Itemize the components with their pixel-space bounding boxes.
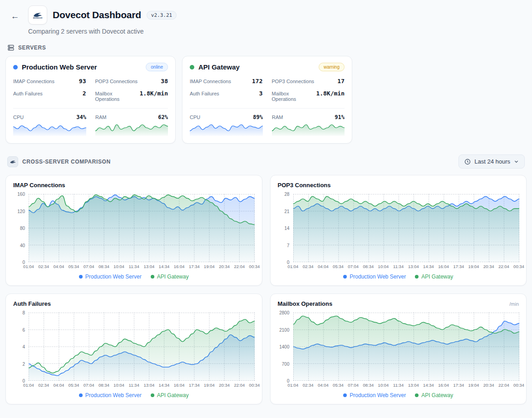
servers-section-text: SERVERS	[18, 45, 46, 51]
version-badge: v2.3.21	[147, 11, 177, 20]
y-tick-label: 40	[20, 243, 25, 248]
time-range-dropdown[interactable]: Last 24 hours	[458, 154, 525, 169]
dovecot-logo: dovecot	[28, 5, 47, 25]
ram-gauge: RAM 91%	[272, 114, 345, 136]
x-tick-label: 02:34	[38, 383, 49, 388]
server-card-production[interactable]: Production Web Server online IMAP Connec…	[5, 56, 176, 144]
ram-sparkline	[95, 122, 168, 136]
legend-dot	[79, 393, 83, 397]
x-tick-label: 04:04	[318, 383, 329, 388]
sparkline-canvas	[272, 122, 345, 136]
stat-label: POP3 Connections	[95, 79, 138, 84]
sparkline-canvas	[95, 122, 168, 136]
stat-value: 17	[337, 78, 345, 85]
x-axis: 01:0402:3404:0405:3407:0408:3410:0411:34…	[29, 262, 255, 269]
legend-label: Production Web Server	[85, 392, 142, 398]
legend-item[interactable]: Production Web Server	[343, 392, 406, 398]
legend-item[interactable]: Production Web Server	[79, 274, 142, 280]
chevron-down-icon	[514, 159, 519, 164]
x-tick-label: 13:04	[143, 383, 154, 388]
app-header: ← dovecot Dovecot Dashboard v2.3.21 Comp…	[0, 0, 532, 37]
comparison-header: CROSS-SERVER COMPARISON Last 24 hours	[7, 154, 525, 169]
legend-item[interactable]: API Gateway	[151, 274, 189, 280]
legend-dot	[415, 393, 419, 397]
y-tick-label: 2	[22, 361, 25, 366]
x-tick-label: 00:34	[513, 264, 524, 269]
chart-plot	[293, 194, 519, 262]
stat-pop3-connections: POP3 Connections 17	[272, 78, 345, 85]
chart-card-imap-connections: IMAP Connections 04080120160 01:0402:340…	[5, 175, 262, 286]
x-axis: 01:0402:3404:0405:3407:0408:3410:0411:34…	[29, 381, 255, 388]
legend-dot	[415, 275, 419, 279]
x-tick-label: 22:04	[498, 383, 509, 388]
chart-canvas	[29, 313, 255, 381]
legend-item[interactable]: API Gateway	[415, 274, 453, 280]
comparison-section-text: CROSS-SERVER COMPARISON	[22, 159, 111, 165]
stat-value: 3	[259, 90, 263, 97]
gauge-label: RAM	[95, 114, 106, 120]
stat-value: 38	[161, 78, 168, 85]
stat-label: Auth Failures	[190, 91, 219, 96]
y-tick-label: 2800	[279, 310, 289, 315]
legend-dot	[343, 275, 347, 279]
charts-grid: IMAP Connections 04080120160 01:0402:340…	[0, 175, 532, 410]
gauge-label: CPU	[190, 114, 200, 120]
y-tick-label: 8	[22, 310, 25, 315]
sparkline-canvas	[190, 122, 263, 136]
back-button[interactable]: ←	[7, 8, 23, 24]
x-tick-label: 08:34	[363, 383, 374, 388]
gauge-value: 62%	[158, 114, 168, 120]
x-tick-label: 17:34	[189, 383, 200, 388]
y-tick-label: 120	[17, 209, 25, 214]
server-status-dot	[190, 65, 194, 70]
server-card-api-gateway[interactable]: API Gateway warning IMAP Connections 172…	[182, 56, 352, 144]
legend-dot	[79, 275, 83, 279]
x-tick-label: 11:34	[129, 264, 139, 269]
stat-label: Mailbox Operations	[272, 91, 314, 102]
x-tick-label: 10:04	[113, 383, 124, 388]
gauge-value: 89%	[253, 114, 263, 120]
legend-item[interactable]: API Gateway	[151, 392, 189, 398]
chart-legend: Production Web ServerAPI Gateway	[278, 392, 519, 398]
chart-plot	[29, 194, 255, 262]
x-tick-label: 16:04	[438, 264, 449, 269]
x-tick-label: 14:34	[423, 264, 434, 269]
x-tick-label: 01:04	[288, 264, 299, 269]
x-tick-label: 14:34	[423, 383, 434, 388]
servers-section-label: SERVERS	[7, 44, 525, 51]
legend-item[interactable]: Production Web Server	[343, 274, 406, 280]
cpu-gauge: CPU 89%	[190, 114, 263, 136]
x-tick-label: 10:04	[378, 264, 389, 269]
x-tick-label: 04:04	[53, 264, 64, 269]
chart-title: Auth Failures	[13, 300, 51, 307]
legend-label: Production Web Server	[350, 392, 406, 398]
x-tick-label: 07:04	[348, 383, 359, 388]
stat-mailbox-operations: Mailbox Operations 1.8K/min	[95, 90, 168, 102]
y-tick-label: 14	[284, 226, 289, 231]
legend-item[interactable]: API Gateway	[415, 392, 453, 398]
x-tick-label: 17:34	[189, 264, 200, 269]
x-tick-label: 10:04	[378, 383, 389, 388]
x-tick-label: 00:34	[249, 383, 260, 388]
x-tick-label: 17:34	[453, 383, 464, 388]
x-tick-label: 20:34	[483, 383, 494, 388]
legend-label: API Gateway	[421, 274, 453, 280]
y-tick-label: 7	[287, 243, 290, 248]
x-tick-label: 07:04	[84, 383, 94, 388]
x-tick-label: 02:34	[38, 264, 49, 269]
page-subtitle: Comparing 2 servers with Dovecot active	[28, 28, 177, 35]
x-tick-label: 22:04	[234, 383, 245, 388]
x-tick-label: 19:04	[204, 264, 215, 269]
stat-auth-failures: Auth Failures 3	[190, 90, 263, 102]
stat-label: IMAP Connections	[190, 79, 231, 84]
x-tick-label: 01:04	[288, 383, 299, 388]
x-tick-label: 13:04	[408, 383, 419, 388]
y-tick-label: 21	[284, 209, 289, 214]
x-tick-label: 16:04	[174, 264, 185, 269]
header-main: dovecot Dovecot Dashboard v2.3.21 Compar…	[28, 5, 177, 35]
stat-value: 1.8K/min	[316, 90, 345, 97]
legend-item[interactable]: Production Web Server	[79, 392, 142, 398]
server-name: API Gateway	[198, 63, 315, 71]
x-tick-label: 02:34	[303, 383, 314, 388]
x-tick-label: 16:04	[174, 383, 185, 388]
